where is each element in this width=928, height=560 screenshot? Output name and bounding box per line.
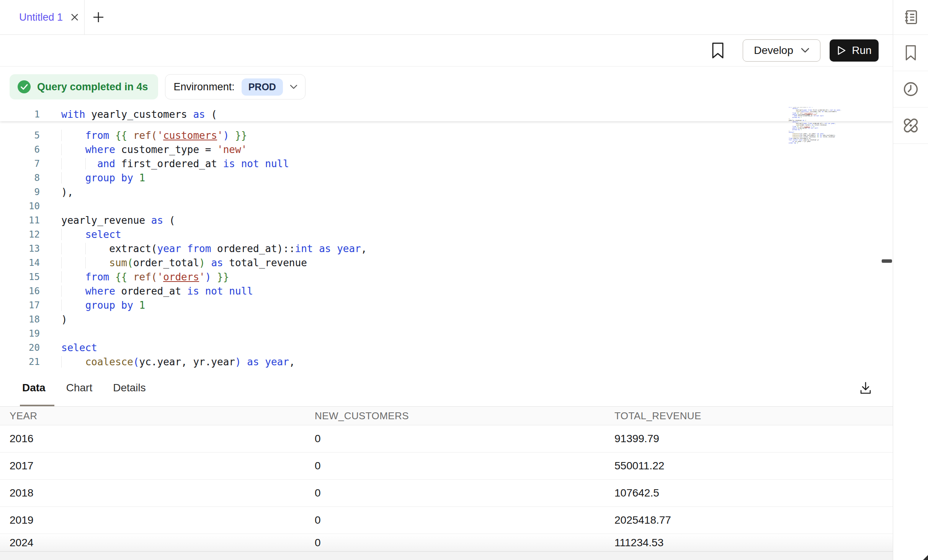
table-cell: 0 — [305, 487, 605, 499]
new-tab-button[interactable] — [85, 0, 112, 34]
table-row: 201902025418.77 — [0, 507, 893, 534]
results-panel: Data Chart Details YEAR NEW_CUSTOMERS TO… — [0, 370, 893, 560]
editor-scrollbar-thumb[interactable] — [882, 259, 892, 263]
code-line: 12 select — [0, 227, 893, 241]
tab-details[interactable]: Details — [111, 382, 148, 394]
code-line: 20select — [0, 340, 893, 355]
develop-dropdown[interactable]: Develop — [743, 39, 820, 62]
bookmark-icon — [903, 44, 918, 61]
sidebar-outline-button[interactable] — [893, 0, 928, 35]
code-line: 21 coalesce(yc.year, yr.year) as year, — [0, 355, 893, 369]
code-line: 7 and first_ordered_at is not null — [0, 156, 893, 171]
code-line: 11yearly_revenue as ( — [0, 213, 893, 227]
results-tab-bar: Data Chart Details — [0, 370, 893, 407]
code-line: 14 sum(order_total) as total_revenue — [0, 256, 893, 270]
play-icon — [837, 45, 846, 56]
tab-untitled-1[interactable]: Untitled 1 — [0, 0, 85, 34]
dbt-logo-icon — [902, 117, 920, 134]
code-line: 9), — [0, 185, 893, 199]
code-line: 18) — [0, 312, 893, 326]
chevron-down-icon — [801, 48, 809, 53]
table-row: 20240111234.53 — [0, 534, 893, 551]
app-window: Untitled 1 Develop — [0, 0, 928, 560]
table-header: YEAR NEW_CUSTOMERS TOTAL_REVENUE — [0, 407, 893, 425]
plus-icon — [92, 11, 105, 23]
outline-notebook-icon — [902, 9, 919, 26]
tab-label: Untitled 1 — [19, 11, 63, 23]
table-body: 2016091399.7920170550011.2220180107642.5… — [0, 425, 893, 551]
run-button[interactable]: Run — [830, 39, 879, 62]
bookmark-icon — [711, 42, 724, 59]
develop-label: Develop — [754, 44, 793, 57]
table-cell: 0 — [305, 514, 605, 526]
main-column: Untitled 1 Develop — [0, 0, 893, 560]
code-line: 16 where ordered_at is not null — [0, 284, 893, 298]
environment-label: Environment: — [174, 81, 235, 93]
code-line: 10 — [0, 199, 893, 213]
environment-badge: PROD — [242, 78, 283, 96]
download-button[interactable] — [858, 380, 873, 396]
bookmark-button[interactable] — [707, 39, 728, 62]
code-line: 8 group by 1 — [0, 171, 893, 185]
sticky-line: 1 with yearly_customers as ( — [0, 107, 893, 121]
query-status-pill: Query completed in 4s — [10, 74, 158, 99]
column-header-total-revenue: TOTAL_REVENUE — [605, 410, 893, 422]
table-cell: 111234.53 — [605, 537, 893, 549]
editor-tab-bar: Untitled 1 — [0, 0, 893, 35]
history-clock-icon — [902, 81, 919, 98]
tab-data[interactable]: Data — [20, 382, 48, 394]
table-cell: 2018 — [0, 487, 305, 499]
table-cell: 2024 — [0, 537, 305, 549]
code-rows: 5 from {{ ref('customers') }}6 where cus… — [0, 128, 893, 370]
toolbar: Develop Run — [0, 35, 893, 67]
download-icon — [858, 380, 873, 396]
table-row: 20180107642.5 — [0, 480, 893, 507]
horizontal-scrollbar-track[interactable] — [0, 551, 893, 560]
sticky-line-number: 1 — [0, 109, 40, 120]
column-header-year: YEAR — [0, 410, 305, 422]
table-cell: 0 — [305, 433, 605, 445]
sidebar-bookmark-button[interactable] — [893, 35, 928, 71]
check-circle-icon — [17, 80, 31, 94]
environment-selector[interactable]: Environment: PROD — [165, 74, 306, 99]
active-tab-indicator — [20, 405, 54, 406]
query-status-text: Query completed in 4s — [37, 81, 148, 93]
code-line: 15 from {{ ref('orders') }} — [0, 270, 893, 284]
code-line: 13 extract(year from ordered_at)::int as… — [0, 241, 893, 256]
table-cell: 550011.22 — [605, 460, 893, 472]
run-label: Run — [852, 44, 871, 57]
sidebar-dbt-button[interactable] — [893, 107, 928, 144]
column-header-new-customers: NEW_CUSTOMERS — [305, 410, 605, 422]
sidebar-history-button[interactable] — [893, 71, 928, 107]
code-line: 17 group by 1 — [0, 298, 893, 312]
table-cell: 107642.5 — [605, 487, 893, 499]
code-line: 6 where customer_type = 'new' — [0, 142, 893, 156]
table-cell: 0 — [305, 460, 605, 472]
table-row: 2016091399.79 — [0, 425, 893, 453]
right-sidebar — [893, 0, 928, 560]
table-cell: 91399.79 — [605, 433, 893, 445]
chevron-down-icon — [290, 85, 297, 90]
table-cell: 0 — [305, 537, 605, 549]
table-cell: 2019 — [0, 514, 305, 526]
table-cell: 2017 — [0, 460, 305, 472]
resize-corner-handle[interactable] — [923, 555, 928, 560]
code-line: 19 — [0, 326, 893, 340]
status-row: Query completed in 4s Environment: PROD — [0, 67, 893, 107]
sql-editor[interactable]: 5 from {{ ref('customers') }}6 where cus… — [0, 107, 893, 370]
table-cell: 2025418.77 — [605, 514, 893, 526]
sticky-line-content: with yearly_customers as ( — [61, 109, 217, 120]
table-cell: 2016 — [0, 433, 305, 445]
code-line: 5 from {{ ref('customers') }} — [0, 128, 893, 142]
tab-chart[interactable]: Chart — [64, 382, 95, 394]
close-icon[interactable] — [70, 12, 80, 22]
table-row: 20170550011.22 — [0, 453, 893, 480]
